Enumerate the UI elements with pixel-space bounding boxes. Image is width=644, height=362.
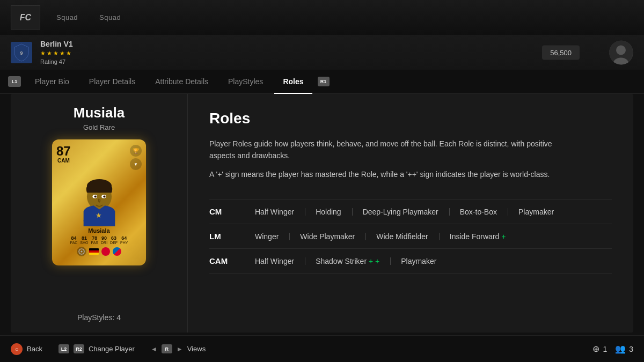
coach-count-value: 3 [629, 345, 633, 353]
roles-content-panel: Roles Player Roles guide how players thi… [188, 94, 633, 333]
l2-badge: L2 [58, 344, 69, 353]
card-rating-value: 87 [56, 145, 71, 158]
views-button[interactable]: ◄ R ► Views [151, 344, 206, 353]
position-label-cm: CM [209, 207, 244, 216]
club-budget: 56,500 [542, 45, 580, 60]
card-icons: 🏆 ▼ [130, 145, 142, 170]
player-card-panel: Musiala Gold Rare 87 CAM 🏆 ▼ [11, 94, 188, 333]
card-flags-row [77, 247, 121, 256]
position-label-lm: LM [209, 232, 244, 241]
club-info-bar: 9 Berlin V1 ★ ★ ★ ★ ★ Rating 47 56,500 [0, 35, 644, 70]
svg-point-10 [94, 195, 96, 197]
role-holding: Holding [305, 208, 352, 216]
right-arrow-icon: ► [177, 345, 183, 353]
roles-title: Roles [209, 110, 612, 127]
roles-description: Player Roles guide how players think, be… [209, 138, 574, 162]
club-stars: ★ ★ ★ ★ ★ [40, 50, 73, 57]
people-icon: 👥 [615, 344, 626, 354]
role-deep-lying-playmaker: Deep-Lying Playmaker [352, 208, 449, 216]
role-row-cm: CM Half Winger Holding Deep-Lying Playma… [209, 199, 612, 224]
role-inside-forward: Inside Forward + [439, 232, 517, 241]
role-items-lm: Winger Wide Playmaker Wide Midfielder In… [244, 232, 612, 241]
svg-text:★: ★ [95, 212, 101, 219]
player-name-heading: Musiala [74, 105, 125, 121]
club-rating: Rating 47 [40, 58, 73, 65]
tab-bar: L1 Player Bio Player Details Attribute D… [0, 70, 644, 94]
club-info: Berlin V1 ★ ★ ★ ★ ★ Rating 47 [40, 40, 73, 65]
card-stat-pas: 78 PAS [91, 235, 99, 245]
germany-flag [89, 248, 99, 255]
coach-count: 👥 3 [615, 344, 633, 354]
player-fifa-card: 87 CAM 🏆 ▼ [52, 139, 146, 265]
svg-point-2 [616, 45, 626, 55]
double-plus-indicator: + + [367, 257, 379, 265]
tab-playstyles[interactable]: PlayStyles [219, 73, 272, 90]
player-count: ⊕ 1 [592, 344, 607, 354]
playstyle-badge-icon [77, 247, 86, 256]
views-label: Views [187, 345, 206, 353]
change-player-button[interactable]: L2 R2 Change Player [58, 344, 135, 353]
player-count-value: 1 [603, 345, 607, 353]
role-box-to-box: Box-to-Box [449, 208, 508, 216]
role-half-winger-cam: Half Winger [244, 257, 305, 265]
plus-indicator-inside-forward: + [499, 232, 506, 241]
roles-note: A '+' sign means the player has mastered… [209, 168, 574, 180]
svg-point-11 [103, 195, 105, 197]
club-shield-icon: 9 [11, 42, 32, 63]
card-stat-pac: 84 PAC [70, 235, 77, 245]
roles-table: CM Half Winger Holding Deep-Lying Playma… [209, 199, 612, 274]
bottom-right-counts: ⊕ 1 👥 3 [592, 344, 633, 354]
club-name: Berlin V1 [40, 40, 73, 48]
card-stat-dri: 90 DRI [101, 235, 107, 245]
r-badge: R [162, 344, 172, 353]
back-label: Back [27, 345, 42, 353]
top-navigation-bar: FC Squad Squad [0, 0, 644, 35]
bundesliga-badge [101, 247, 110, 256]
club-avatar [609, 40, 633, 64]
player-rarity-label: Gold Rare [83, 123, 115, 131]
role-row-lm: LM Winger Wide Playmaker Wide Midfielder… [209, 224, 612, 248]
role-items-cam: Half Winger Shadow Striker + + Playmaker [244, 257, 612, 265]
left-arrow-icon: ◄ [151, 345, 157, 353]
card-player-image: ★ [64, 167, 134, 226]
tab-roles[interactable]: Roles [274, 73, 312, 90]
back-button[interactable]: ○ Back [11, 343, 42, 355]
tab-player-details[interactable]: Player Details [80, 73, 144, 90]
role-wide-playmaker: Wide Playmaker [289, 232, 365, 241]
card-rating-position: 87 CAM [56, 145, 71, 164]
r2-badge: R2 [74, 344, 84, 353]
role-playmaker-cm: Playmaker [508, 208, 565, 216]
card-stat-def: 63 DEF [110, 235, 118, 245]
app-logo: FC [11, 5, 40, 29]
club-badge [113, 247, 121, 256]
role-shadow-striker: Shadow Striker + + [305, 257, 390, 265]
card-player-name: Musiala [88, 227, 109, 234]
l1-controller-badge: L1 [8, 76, 21, 87]
main-content-area: Musiala Gold Rare 87 CAM 🏆 ▼ [11, 94, 633, 333]
change-player-label: Change Player [89, 345, 135, 353]
card-trophy-icon: 🏆 [130, 145, 142, 157]
role-playmaker-cam: Playmaker [390, 257, 447, 265]
playstyles-count: PlayStyles: 4 [77, 302, 121, 322]
top-nav-squad[interactable]: Squad [56, 13, 78, 21]
top-nav-items: Squad Squad [56, 13, 121, 21]
d-pad-icon: ⊕ [592, 344, 599, 354]
card-stat-sho: 81 SHO [80, 235, 88, 245]
card-stats: 84 PAC 81 SHO 78 PAS 90 DRI 63 DEF [70, 235, 128, 245]
role-half-winger-cm: Half Winger [244, 208, 305, 216]
r1-controller-badge: R1 [318, 77, 330, 86]
role-winger: Winger [244, 232, 289, 241]
card-stat-phy: 64 PHY [120, 235, 128, 245]
card-top-section: 87 CAM 🏆 ▼ [56, 145, 142, 170]
tab-player-bio[interactable]: Player Bio [26, 73, 78, 90]
top-nav-squad2[interactable]: Squad [99, 13, 121, 21]
role-wide-midfielder: Wide Midfielder [365, 232, 438, 241]
svg-text:9: 9 [20, 50, 23, 56]
role-row-cam: CAM Half Winger Shadow Striker + + Playm… [209, 248, 612, 274]
position-label-cam: CAM [209, 256, 244, 265]
bottom-action-bar: ○ Back L2 R2 Change Player ◄ R ► Views ⊕… [0, 335, 644, 362]
b-button-icon: ○ [11, 343, 23, 355]
card-position: CAM [57, 158, 70, 164]
tab-attribute-details[interactable]: Attribute Details [147, 73, 217, 90]
role-items-cm: Half Winger Holding Deep-Lying Playmaker… [244, 208, 612, 216]
